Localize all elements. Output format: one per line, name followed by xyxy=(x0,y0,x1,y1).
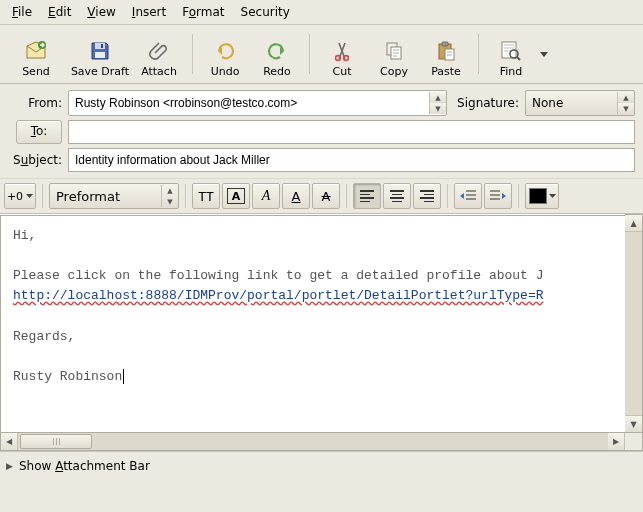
vertical-scrollbar[interactable]: ▲ ▼ xyxy=(625,214,643,433)
align-center-icon xyxy=(390,190,404,202)
detail-portlet-link[interactable]: http://localhost:8888/IDMProv/portal/por… xyxy=(13,288,544,303)
svg-point-5 xyxy=(344,56,349,61)
chevron-down-icon xyxy=(26,194,33,198)
find-icon xyxy=(499,39,523,63)
from-combo[interactable]: ▲▼ xyxy=(68,90,447,116)
from-stepper[interactable]: ▲▼ xyxy=(429,92,446,114)
align-center-button[interactable] xyxy=(383,183,411,209)
subject-label: Subject: xyxy=(13,153,62,167)
paste-icon xyxy=(434,39,458,63)
align-right-button[interactable] xyxy=(413,183,441,209)
subject-input[interactable] xyxy=(68,148,635,172)
find-button[interactable]: Find xyxy=(485,29,537,79)
menu-insert[interactable]: Insert xyxy=(124,3,174,21)
text-caret xyxy=(123,369,124,384)
attachment-bar-toggle[interactable]: ▶ Show Attachment Bar xyxy=(0,451,643,480)
cut-button[interactable]: Cut xyxy=(316,29,368,79)
menu-format[interactable]: Format xyxy=(174,3,232,21)
svg-rect-1 xyxy=(95,43,105,49)
toolbar-separator xyxy=(309,34,310,74)
send-button[interactable]: Send xyxy=(4,29,68,79)
scroll-right-button[interactable]: ▶ xyxy=(608,433,625,450)
svg-rect-3 xyxy=(95,52,105,58)
copy-icon xyxy=(382,39,406,63)
format-toolbar: +0 Preformat ▲▼ TT A A A A xyxy=(0,178,643,214)
menubar: File Edit View Insert Format Security xyxy=(0,0,643,25)
scroll-track[interactable] xyxy=(625,232,642,415)
menu-view[interactable]: View xyxy=(79,3,123,21)
message-body[interactable]: Hi, Please click on the following link t… xyxy=(0,215,626,433)
scroll-down-button[interactable]: ▼ xyxy=(625,415,642,432)
scroll-left-button[interactable]: ◀ xyxy=(1,433,18,450)
toolbar-separator xyxy=(478,34,479,74)
horizontal-scrollbar[interactable]: ◀ ▶ xyxy=(0,433,643,451)
italic-button[interactable]: A xyxy=(252,183,280,209)
menu-edit[interactable]: Edit xyxy=(40,3,79,21)
align-left-button[interactable] xyxy=(353,183,381,209)
signature-stepper[interactable]: ▲▼ xyxy=(617,92,634,114)
unindent-icon xyxy=(460,189,476,203)
svg-point-4 xyxy=(336,56,341,61)
main-toolbar: Send Save Draft Attach Undo Redo Cut xyxy=(0,25,643,84)
text-color-button[interactable] xyxy=(525,183,559,209)
typewriter-button[interactable]: TT xyxy=(192,183,220,209)
scroll-track[interactable] xyxy=(18,433,608,450)
paragraph-style-combo[interactable]: Preformat ▲▼ xyxy=(49,183,179,209)
paperclip-icon xyxy=(147,39,171,63)
undo-icon xyxy=(213,39,237,63)
align-left-icon xyxy=(360,190,374,202)
floppy-disk-icon xyxy=(88,39,112,63)
signature-combo[interactable]: None ▲▼ xyxy=(525,90,635,116)
expander-triangle-icon: ▶ xyxy=(6,461,13,471)
attach-button[interactable]: Attach xyxy=(132,29,186,79)
chevron-down-icon xyxy=(549,194,556,198)
svg-rect-9 xyxy=(442,42,448,46)
signature-label: Signature: xyxy=(457,96,519,110)
strikethrough-button[interactable]: A xyxy=(312,183,340,209)
toolbar-overflow[interactable] xyxy=(537,30,551,78)
unindent-button[interactable] xyxy=(454,183,482,209)
from-label: From: xyxy=(28,96,62,110)
menu-security[interactable]: Security xyxy=(233,3,298,21)
svg-rect-2 xyxy=(101,44,103,48)
signature-value: None xyxy=(526,96,617,110)
redo-button[interactable]: Redo xyxy=(251,29,303,79)
indent-button[interactable] xyxy=(484,183,512,209)
from-input[interactable] xyxy=(69,96,429,110)
menu-file[interactable]: File xyxy=(4,3,40,21)
scissors-icon xyxy=(330,39,354,63)
to-input[interactable] xyxy=(68,120,635,144)
bold-button[interactable]: A xyxy=(222,183,250,209)
indent-icon xyxy=(490,189,506,203)
color-swatch xyxy=(529,188,547,204)
toolbar-separator xyxy=(192,34,193,74)
align-right-icon xyxy=(420,190,434,202)
header-fields: From: ▲▼ Signature: None ▲▼ To: Subject: xyxy=(5,88,638,174)
scroll-thumb[interactable] xyxy=(20,434,92,449)
to-button[interactable]: To: xyxy=(16,120,62,144)
send-mail-icon xyxy=(24,39,48,63)
save-draft-button[interactable]: Save Draft xyxy=(68,29,132,79)
underline-button[interactable]: A xyxy=(282,183,310,209)
undo-button[interactable]: Undo xyxy=(199,29,251,79)
paste-button[interactable]: Paste xyxy=(420,29,472,79)
redo-icon xyxy=(265,39,289,63)
font-size-button[interactable]: +0 xyxy=(4,183,36,209)
scroll-up-button[interactable]: ▲ xyxy=(625,215,642,232)
chevron-down-icon xyxy=(540,52,548,57)
copy-button[interactable]: Copy xyxy=(368,29,420,79)
